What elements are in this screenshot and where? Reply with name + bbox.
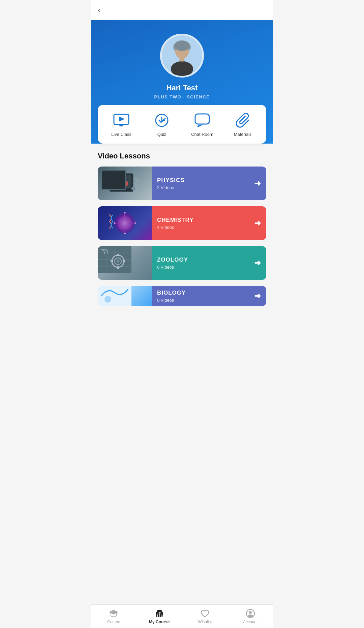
live-class-label: Live Class: [111, 132, 131, 137]
chemistry-text: CHEMISTRY 4 Videos: [157, 217, 254, 230]
main-content: Video Lessons PHYSICS 2 Videos ➜: [91, 144, 273, 340]
zoology-thumbnail: [98, 246, 152, 280]
zoology-arrow-icon: ➜: [254, 258, 261, 268]
chemistry-info: CHEMISTRY 4 Videos ➜: [152, 206, 266, 240]
svg-point-23: [124, 232, 126, 234]
chat-room-label: Chat Room: [191, 132, 213, 137]
biology-arrow-icon: ➜: [254, 291, 261, 301]
top-bar: ‹: [91, 0, 273, 20]
quick-actions-card: Live Class Quiz Chat Room: [98, 105, 266, 144]
physics-count: 2 Videos: [157, 185, 254, 190]
svg-rect-37: [117, 266, 119, 269]
live-class-button[interactable]: Live Class: [110, 112, 133, 137]
physics-text: PHYSICS 2 Videos: [157, 177, 254, 190]
quiz-label: Quiz: [157, 132, 166, 137]
biology-thumbnail: [98, 286, 152, 306]
clock-check-icon: [153, 112, 171, 129]
svg-point-17: [121, 219, 129, 227]
chemistry-count: 4 Videos: [157, 225, 254, 230]
zoology-count: 0 Videos: [157, 265, 254, 270]
svg-rect-36: [117, 254, 119, 256]
zoology-name: ZOOLOGY: [157, 257, 254, 263]
back-button[interactable]: ‹: [98, 6, 100, 14]
chemistry-thumb-img: [98, 206, 152, 240]
zoology-thumb-img: [98, 246, 152, 280]
svg-rect-5: [180, 57, 185, 62]
svg-rect-38: [111, 260, 113, 262]
physics-thumbnail: [98, 167, 152, 200]
chat-icon: [193, 112, 211, 129]
svg-rect-12: [195, 114, 209, 124]
svg-point-15: [131, 187, 135, 190]
biology-thumb-img: [98, 286, 152, 306]
svg-point-35: [117, 260, 119, 263]
svg-rect-8: [119, 125, 123, 126]
avatar-svg: [162, 35, 202, 76]
zoology-info: ZOOLOGY 0 Videos ➜: [152, 246, 266, 280]
chat-room-button[interactable]: Chat Room: [190, 112, 214, 137]
profile-name: Hari Test: [166, 84, 198, 92]
lesson-card-chemistry[interactable]: CHEMISTRY 4 Videos ➜: [98, 206, 266, 240]
play-tv-icon: [113, 112, 130, 129]
svg-point-42: [104, 296, 111, 303]
svg-point-24: [114, 222, 116, 224]
physics-arrow-icon: ➜: [254, 179, 261, 188]
lesson-card-physics[interactable]: PHYSICS 2 Videos ➜: [98, 167, 266, 200]
svg-rect-41: [98, 286, 131, 306]
quiz-button[interactable]: Quiz: [150, 112, 174, 137]
materials-label: Materials: [234, 132, 252, 137]
materials-button[interactable]: Materials: [231, 112, 254, 137]
video-lessons-title: Video Lessons: [98, 152, 266, 160]
physics-info: PHYSICS 2 Videos ➜: [152, 167, 266, 200]
physics-name: PHYSICS: [157, 177, 254, 184]
svg-point-3: [174, 41, 190, 51]
chemistry-thumbnail: [98, 206, 152, 240]
svg-point-22: [124, 212, 126, 214]
biology-count: 0 Videos: [157, 298, 254, 303]
profile-subtitle: PLUS TWO - SCIENCE: [154, 94, 210, 99]
avatar: [160, 34, 204, 78]
physics-thumb-img: [98, 167, 152, 200]
zoology-text: ZOOLOGY 0 Videos: [157, 257, 254, 270]
lesson-card-biology[interactable]: BIOLOGY 0 Videos ➜: [98, 286, 266, 306]
chemistry-name: CHEMISTRY: [157, 217, 254, 223]
paperclip-icon: [234, 112, 251, 129]
svg-rect-14: [111, 175, 131, 188]
chemistry-arrow-icon: ➜: [254, 218, 261, 228]
biology-name: BIOLOGY: [157, 290, 254, 296]
biology-info: BIOLOGY 0 Videos ➜: [152, 286, 266, 306]
biology-text: BIOLOGY 0 Videos: [157, 290, 254, 303]
svg-point-25: [134, 222, 136, 224]
svg-point-16: [118, 216, 131, 230]
svg-marker-7: [119, 117, 125, 121]
profile-banner: Hari Test PLUS TWO - SCIENCE Live Class: [91, 20, 273, 144]
svg-rect-39: [123, 260, 125, 262]
lesson-card-zoology[interactable]: ZOOLOGY 0 Videos ➜: [98, 246, 266, 280]
